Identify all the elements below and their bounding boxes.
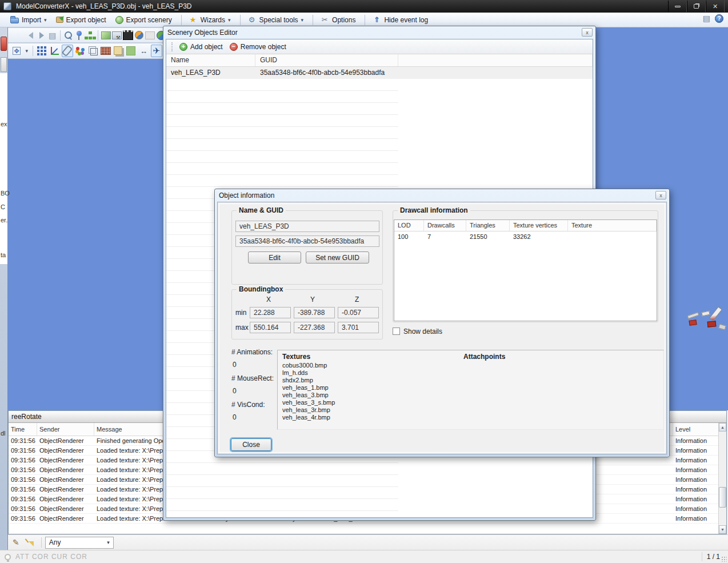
- scenery-table-header: Name GUID: [166, 54, 593, 67]
- show-details-checkbox[interactable]: [393, 328, 400, 335]
- restore-button[interactable]: [687, 1, 706, 12]
- grid-icon[interactable]: [36, 45, 47, 57]
- col-sender[interactable]: Sender: [37, 423, 94, 436]
- min-x-field[interactable]: 22.288: [250, 307, 291, 318]
- toolbar-separator: [98, 30, 98, 41]
- texture-list-item[interactable]: veh_leas_3_s.bmp: [282, 399, 335, 406]
- table-row[interactable]: veh_LEAS_P3D 35aa5348-bf6c-4f0b-abcb-54e…: [166, 67, 593, 79]
- minimize-button[interactable]: [668, 1, 687, 12]
- max-x-field[interactable]: 550.164: [250, 322, 291, 333]
- texture-list-item[interactable]: veh_leas_1.bmp: [282, 384, 335, 392]
- scrollbar-thumb[interactable]: [719, 487, 726, 508]
- max-z-field[interactable]: 3.701: [338, 322, 379, 333]
- texture-list-item[interactable]: lm_h.dds: [282, 369, 335, 377]
- set-new-guid-button[interactable]: Set new GUID: [306, 251, 369, 263]
- close-button[interactable]: ✕: [706, 1, 725, 12]
- object-guid-field[interactable]: 35aa5348-bf6c-4f0b-abcb-54e953bbadfa: [235, 235, 379, 247]
- col-time[interactable]: Time: [9, 423, 37, 436]
- status-text: ATT COR CUR COR: [15, 553, 87, 561]
- menu-item-export-scenery[interactable]: Export scenery: [112, 15, 175, 25]
- menu-item-label: Import: [22, 16, 41, 24]
- edit-note-icon[interactable]: ✎: [13, 538, 19, 547]
- col-level[interactable]: Level: [673, 423, 718, 436]
- forward-icon[interactable]: [37, 29, 46, 42]
- magnifier-icon[interactable]: [63, 29, 73, 42]
- col-lod[interactable]: LOD: [394, 220, 424, 231]
- menu-item-hide-event-log[interactable]: ⇑Hide event log: [369, 15, 431, 25]
- window-text-fragment: ta: [1, 251, 6, 258]
- min-z-field[interactable]: -0.057: [338, 307, 379, 318]
- menu-item-options[interactable]: ✂Options: [317, 15, 359, 25]
- texture-list-item[interactable]: cobus3000.bmp: [282, 362, 335, 369]
- hierarchy-icon[interactable]: [85, 29, 95, 42]
- col-texture[interactable]: Texture: [568, 220, 657, 231]
- materials-icon[interactable]: [74, 45, 86, 57]
- export-object-icon: [56, 17, 63, 23]
- event-time: 09:31:56: [9, 437, 37, 444]
- edit-button[interactable]: Edit: [248, 251, 301, 263]
- close-dialog-button[interactable]: Close: [231, 438, 271, 451]
- zoom-extents-icon[interactable]: [11, 45, 22, 57]
- col-triangles[interactable]: Triangles: [466, 220, 510, 231]
- event-level: Information: [673, 457, 718, 464]
- image-edit-icon[interactable]: [101, 29, 111, 42]
- table-row[interactable]: 100 7 21550 33262: [394, 231, 657, 243]
- close-icon[interactable]: x: [582, 28, 593, 37]
- textures-panel: Textures Attachpoints cobus3000.bmplm_h.…: [277, 350, 664, 430]
- dropdown-icon[interactable]: ▾: [23, 45, 30, 57]
- event-log-panel-icon[interactable]: ▤: [703, 14, 710, 23]
- toolbar-grip[interactable]: [171, 42, 173, 51]
- texture-list-item[interactable]: veh_leas_3r.bmp: [282, 406, 335, 414]
- image-disabled-icon[interactable]: [145, 29, 155, 42]
- airplane-icon[interactable]: ✈: [151, 45, 162, 57]
- col-drawcalls[interactable]: Drawcalls: [424, 220, 466, 231]
- mouserect-label: # MouseRect:: [231, 374, 274, 382]
- dimension-icon[interactable]: ↔: [138, 45, 149, 57]
- event-log-scrollbar[interactable]: ▲ ▼: [718, 423, 726, 534]
- texture-list-item[interactable]: shdx2.bmp: [282, 377, 335, 384]
- texture-bricks-icon[interactable]: [100, 45, 111, 57]
- col-name[interactable]: Name: [166, 54, 255, 66]
- texture-list-item[interactable]: veh_leas_3.bmp: [282, 392, 335, 399]
- col-texture-vertices[interactable]: Texture vertices: [510, 220, 568, 231]
- placement-pin-icon[interactable]: [74, 29, 84, 42]
- wireframe-cube-icon[interactable]: [87, 45, 98, 57]
- back-icon[interactable]: [26, 29, 35, 42]
- menu-item-export-object[interactable]: Export object: [53, 15, 110, 25]
- event-doc-icon[interactable]: ▤: [47, 29, 57, 42]
- remove-object-button[interactable]: − Remove object: [226, 42, 290, 52]
- add-icon: +: [179, 43, 187, 51]
- texture-green-icon[interactable]: [125, 45, 137, 57]
- menu-item-import[interactable]: Import▾: [7, 15, 50, 25]
- texture-yellow-icon[interactable]: [113, 45, 124, 57]
- resize-grip[interactable]: [721, 556, 727, 562]
- scenery-window-title[interactable]: Scenery Objects Editor: [163, 26, 595, 38]
- menu-item-wizards[interactable]: ★Wizards▾: [185, 15, 234, 25]
- object-info-title[interactable]: Object information: [215, 189, 669, 201]
- scroll-down-icon[interactable]: ▼: [719, 525, 726, 534]
- max-y-field[interactable]: -227.368: [294, 322, 335, 333]
- event-time: 09:31:56: [9, 515, 37, 522]
- min-y-field[interactable]: -389.788: [294, 307, 335, 318]
- scroll-up-icon[interactable]: ▲: [719, 423, 726, 432]
- globe-doc-icon[interactable]: [134, 29, 144, 42]
- menu-item-label: Special tools: [259, 16, 298, 24]
- image-tool-icon[interactable]: [112, 29, 122, 42]
- add-object-button[interactable]: + Add object: [176, 42, 226, 52]
- object-name-field[interactable]: veh_LEAS_P3D: [235, 221, 379, 232]
- col-guid[interactable]: GUID: [255, 54, 398, 66]
- close-icon[interactable]: x: [655, 191, 666, 199]
- clear-log-icon[interactable]: [25, 538, 34, 547]
- event-time: 09:31:56: [9, 496, 37, 502]
- window-text-fragment: C: [1, 203, 5, 210]
- help-icon[interactable]: ?: [715, 14, 723, 23]
- texture-list: cobus3000.bmplm_h.ddsshdx2.bmpveh_leas_1…: [282, 362, 335, 421]
- menu-item-special-tools[interactable]: ⚙Special tools▾: [244, 15, 307, 25]
- window-text-fragment: BO: [1, 190, 10, 197]
- axes-icon[interactable]: [49, 45, 60, 57]
- paperclip-icon[interactable]: [62, 45, 73, 57]
- texture-list-item[interactable]: veh_leas_4r.bmp: [282, 414, 335, 421]
- level-filter-select[interactable]: Any ▾: [45, 537, 114, 549]
- toolbar-navigation: ▤: [8, 27, 167, 43]
- film-strip-icon[interactable]: [123, 29, 133, 42]
